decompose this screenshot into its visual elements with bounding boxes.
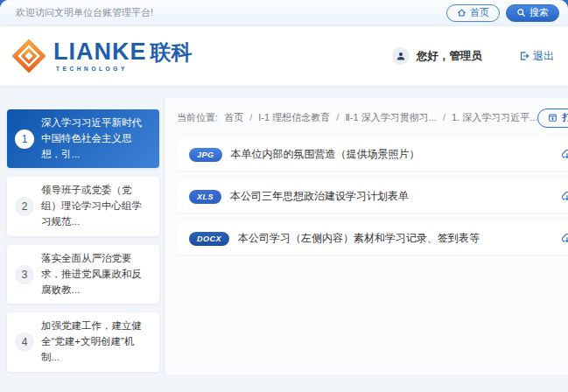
file-row-xls: XLS 本公司三年思想政治建设学习计划表单 下载 — [177, 180, 568, 213]
item-number-badge: 3 — [15, 265, 34, 284]
breadcrumb-separator: / — [443, 112, 445, 122]
brand-text: LIANKE 联科 TECHNOLOGY — [53, 40, 193, 73]
sidebar-item-label: 落实全面从严治党要求，推进党风廉政和反腐败教... — [41, 251, 151, 298]
header: LIANKE 联科 TECHNOLOGY 您好，管理员 退出 — [0, 26, 568, 86]
logout-icon — [519, 51, 529, 61]
user-icon — [396, 51, 406, 61]
cloud-download-icon — [561, 191, 568, 202]
brand-logo: LIANKE 联科 TECHNOLOGY — [12, 39, 193, 73]
sidebar-item-4[interactable]: 4 加强党建工作，建立健全“党建+文明创建”机制... — [7, 312, 159, 371]
file-title: 本公司三年思想政治建设学习计划表单 — [230, 189, 409, 204]
logout-label: 退出 — [533, 49, 554, 64]
breadcrumb-level-1[interactable]: I-1 理想信念教育 — [258, 112, 330, 122]
sidebar-item-label: 深入学习习近平新时代中国特色社会主义思想，引... — [41, 116, 151, 162]
sidebar-item-3[interactable]: 3 落实全面从严治党要求，推进党风廉政和反腐败教... — [7, 245, 159, 304]
sidebar-item-1[interactable]: 1 深入学习习近平新时代中国特色社会主义思想，引... — [7, 109, 159, 168]
item-number-badge: 4 — [15, 332, 34, 352]
package-download-button[interactable]: 打包下载 — [537, 108, 568, 128]
download-button[interactable]: 下载 — [561, 148, 568, 161]
logo-diamond-icon — [12, 39, 46, 73]
item-number-badge: 1 — [15, 130, 34, 149]
file-title: 本单位内部的氛围营造（提供场景照片） — [231, 147, 420, 162]
file-row-jpg: JPG 本单位内部的氛围营造（提供场景照片） 下载 — [177, 138, 568, 171]
file-type-badge: DOCX — [189, 232, 229, 246]
download-button[interactable]: 下载 — [561, 232, 568, 245]
home-icon — [457, 8, 466, 18]
logout-button[interactable]: 退出 — [519, 49, 554, 64]
breadcrumb-current: 1. 深入学习习近平... — [452, 112, 537, 122]
search-button[interactable]: 搜索 — [506, 4, 559, 22]
cloud-download-icon — [561, 233, 568, 244]
breadcrumb-separator: / — [249, 112, 252, 122]
brand-name-cn: 联科 — [151, 42, 193, 63]
package-icon — [548, 113, 557, 122]
avatar — [392, 47, 410, 65]
cloud-download-icon — [561, 149, 568, 160]
download-button[interactable]: 下载 — [561, 190, 568, 203]
main-area: 1 深入学习习近平新时代中国特色社会主义思想，引... 2 领导班子或党委（党组… — [0, 86, 568, 392]
breadcrumb-label: 当前位置: — [177, 112, 218, 122]
panel-header: 当前位置: 首页 / I-1 理想信念教育 / Ⅱ-1 深入学习贯彻习... /… — [177, 108, 568, 128]
topbar: 欢迎访问文明单位台账管理平台! 首页 搜索 — [0, 0, 568, 26]
breadcrumb-separator: / — [336, 112, 339, 122]
package-download-label: 打包下载 — [562, 111, 568, 124]
item-number-badge: 2 — [15, 197, 34, 216]
sidebar: 1 深入学习习近平新时代中国特色社会主义思想，引... 2 领导班子或党委（党组… — [7, 109, 159, 392]
panel-actions: 打包下载 — [537, 108, 568, 128]
file-row-docx: DOCX 本公司学习（左侧内容）素材和学习记录、签到表等 下载 — [177, 222, 568, 255]
breadcrumb-home[interactable]: 首页 — [224, 112, 243, 122]
file-type-badge: JPG — [189, 148, 222, 162]
sidebar-item-2[interactable]: 2 领导班子或党委（党组）理论学习中心组学习规范... — [7, 177, 159, 235]
breadcrumb: 当前位置: 首页 / I-1 理想信念教育 / Ⅱ-1 深入学习贯彻习... /… — [177, 111, 537, 124]
file-type-badge: XLS — [189, 190, 221, 204]
home-button[interactable]: 首页 — [446, 4, 500, 22]
breadcrumb-level-2[interactable]: Ⅱ-1 深入学习贯彻习... — [345, 112, 436, 122]
brand-name: LIANKE — [53, 40, 147, 64]
home-button-label: 首页 — [470, 6, 489, 19]
topbar-actions: 首页 搜索 — [446, 4, 559, 22]
sidebar-item-label: 领导班子或党委（党组）理论学习中心组学习规范... — [41, 183, 151, 229]
content-panel: 当前位置: 首页 / I-1 理想信念教育 / Ⅱ-1 深入学习贯彻习... /… — [164, 98, 568, 374]
search-icon — [516, 8, 526, 18]
brand-row: LIANKE 联科 — [53, 40, 193, 64]
search-button-label: 搜索 — [529, 6, 549, 19]
sidebar-item-label: 加强党建工作，建立健全“党建+文明创建”机制... — [41, 318, 151, 365]
welcome-text: 欢迎访问文明单位台账管理平台! — [16, 6, 153, 19]
app-window: 欢迎访问文明单位台账管理平台! 首页 搜索 LIANKE 联科 — [0, 0, 568, 392]
brand-subtitle: TECHNOLOGY — [53, 66, 193, 73]
user-area: 您好，管理员 退出 — [392, 47, 554, 65]
user-greeting: 您好，管理员 — [417, 49, 482, 64]
file-title: 本公司学习（左侧内容）素材和学习记录、签到表等 — [238, 231, 480, 246]
